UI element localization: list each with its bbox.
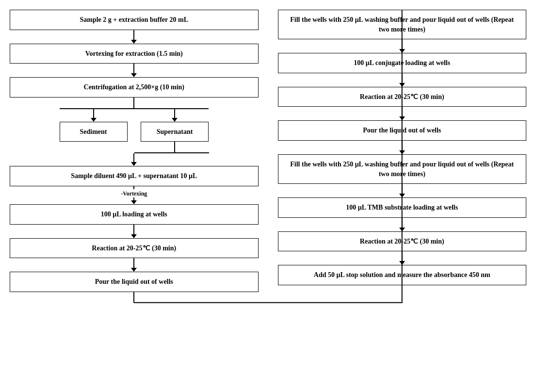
left-step-2: Vortexing for extraction (1.5 min) — [10, 44, 259, 64]
left-step-1: Sample 2 g + extraction buffer 20 mL — [10, 10, 259, 30]
right-step-5: Fill the wells with 250 μL washing buffe… — [278, 154, 527, 184]
right-step-8: Add 50 μL stop solution and measure the … — [278, 265, 527, 285]
right-step-6: 100 μL TMB substrate loading at wells — [278, 197, 527, 218]
right-step-3: Reaction at 20-25℃ (30 min) — [278, 87, 527, 107]
r-arrow-2 — [278, 73, 527, 87]
left-column: Sample 2 g + extraction buffer 20 mL Vor… — [10, 10, 259, 303]
r-arrow-7 — [278, 251, 527, 265]
arrow-1 — [10, 30, 259, 44]
supernatant-box: Supernatant — [141, 122, 209, 142]
left-step-7: Pour the liquid out of wells — [10, 272, 259, 292]
r-arrow-1 — [278, 39, 527, 53]
right-step-7: Reaction at 20-25℃ (30 min) — [278, 231, 527, 252]
arrow-2 — [10, 64, 259, 77]
r-arrow-5 — [278, 184, 527, 197]
right-step-4: Pour the liquid out of wells — [278, 120, 527, 141]
sediment-box: Sediment — [60, 122, 128, 142]
left-step-5: 100 μL loading at wells — [10, 204, 259, 225]
left-step-4: Sample diluent 490 μL + supernatant 10 μ… — [10, 166, 259, 186]
right-step-1: Fill the wells with 250 μL washing buffe… — [278, 10, 527, 39]
flowchart: Sample 2 g + extraction buffer 20 mL Vor… — [10, 10, 526, 303]
right-step-2: 100 μL conjugate loading at wells — [278, 53, 527, 73]
arrow-5 — [10, 225, 259, 238]
left-step-6: Reaction at 20-25℃ (30 min) — [10, 238, 259, 259]
arrow-6 — [10, 258, 259, 272]
vortexing-label: -Vortexing — [121, 190, 147, 197]
r-arrow-4 — [278, 141, 527, 154]
right-column: Fill the wells with 250 μL washing buffe… — [278, 10, 527, 303]
left-step-3: Centrifugation at 2,500×g (10 min) — [10, 77, 259, 98]
r-arrow-3 — [278, 107, 527, 120]
r-arrow-6 — [278, 218, 527, 231]
